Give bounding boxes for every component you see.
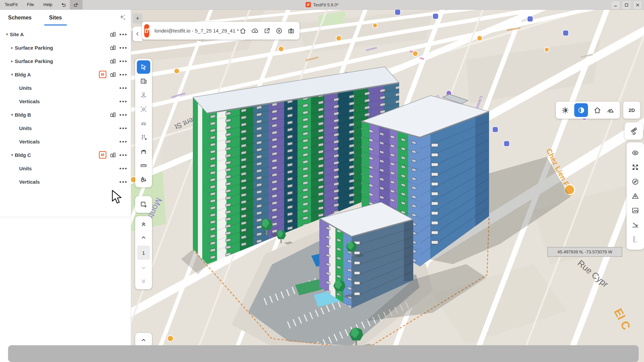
terrain-toggle-button[interactable] <box>606 106 614 114</box>
row-menu-button[interactable]: ●●● <box>119 46 127 50</box>
floor-up-button[interactable] <box>138 232 150 242</box>
floor-top-button[interactable] <box>138 219 150 229</box>
select-tool-button[interactable] <box>137 60 150 74</box>
minimize-button[interactable] <box>611 1 620 9</box>
massing-view-icon[interactable] <box>109 44 116 51</box>
sparkles-icon[interactable] <box>118 13 127 22</box>
row-menu-button[interactable]: ●●● <box>119 166 127 170</box>
close-button[interactable] <box>633 1 642 9</box>
tree-row-verticals[interactable]: Verticals ●●● <box>0 95 131 108</box>
visibility-button[interactable] <box>631 149 639 157</box>
home-view-button[interactable] <box>593 106 601 114</box>
view-controls <box>556 102 620 119</box>
tab-schemes[interactable]: Schemes <box>5 9 34 26</box>
menu-help[interactable]: Help <box>39 0 57 9</box>
row-menu-button[interactable]: ●●● <box>119 32 127 36</box>
add-scheme-tab-button[interactable]: + <box>132 13 143 23</box>
building-tool-button[interactable] <box>137 74 150 88</box>
deck-tool-button[interactable] <box>137 145 150 158</box>
collapse-arrow-icon[interactable]: ▾ <box>4 32 10 37</box>
testfit-logo-icon: tf <box>144 24 149 38</box>
tree-row-units[interactable]: Units ●●● <box>0 162 131 175</box>
redo-button[interactable] <box>70 0 83 9</box>
measure-tool-button[interactable] <box>137 159 150 172</box>
row-menu-button[interactable]: ●●● <box>119 99 127 103</box>
chevron-up-icon <box>140 337 147 343</box>
road-lanes-tool-button[interactable] <box>137 131 150 144</box>
add-viewport-button[interactable] <box>135 196 152 213</box>
massing-view-icon[interactable] <box>109 71 116 78</box>
slope-angle-button[interactable] <box>631 221 639 229</box>
home-button[interactable] <box>239 27 247 35</box>
tree-row-verticals[interactable]: Verticals ●●● <box>0 135 131 148</box>
menu-testfit[interactable]: TestFit <box>0 0 22 9</box>
camera-screenshot-button[interactable] <box>287 27 295 35</box>
collapse-arrow-icon[interactable]: ▾ <box>9 153 15 157</box>
fit-view-button[interactable] <box>631 163 639 171</box>
tree-row-bldg-b[interactable]: ▾ Bldg B ●●● <box>0 108 131 121</box>
tree-row-units[interactable]: Units ●●● <box>0 121 131 135</box>
row-menu-button[interactable]: ●●● <box>119 72 127 76</box>
row-menu-button[interactable]: ●●● <box>119 139 127 143</box>
compass-reset-north-button[interactable] <box>631 178 639 186</box>
satellite-layer-button[interactable] <box>625 122 643 140</box>
massing-view-icon[interactable] <box>109 58 116 65</box>
collapse-arrow-icon[interactable]: ▾ <box>9 113 15 117</box>
sidebar-divider <box>0 217 131 217</box>
toggle-2d-button[interactable]: 2D <box>623 102 640 119</box>
expand-arrow-icon[interactable]: ▸ <box>9 59 15 63</box>
tree-row-verticals[interactable]: Verticals ●●● <box>0 175 131 188</box>
tree-label: Units <box>19 125 32 131</box>
tree-row-units[interactable]: Units ●●● <box>0 81 131 95</box>
row-menu-button[interactable]: ●●● <box>119 113 127 117</box>
collapse-arrow-icon[interactable]: ▾ <box>9 72 15 77</box>
tree-row-bldg-c[interactable]: ▾ Bldg C M ●●● <box>0 148 131 162</box>
expand-bottom-panel-button[interactable] <box>135 333 152 347</box>
tab-sites[interactable]: Sites <box>46 9 64 26</box>
chevron-left-icon <box>135 31 140 37</box>
landscape-tool-button[interactable] <box>137 173 150 186</box>
floor-down-button[interactable] <box>138 263 150 273</box>
sites-tree: ▾ Site A ●●● ▸ Surface Parking ●●● <box>0 26 131 188</box>
project-header-card: tf londei@testfit.io - 5_7_25 14_29_41 * <box>142 22 300 40</box>
tree-row-surface-parking-2[interactable]: ▸ Surface Parking ●●● <box>0 54 131 68</box>
contrast-shading-toggle-button[interactable] <box>574 103 588 117</box>
terrain-add-button[interactable] <box>631 192 639 200</box>
frame-add-icon <box>140 200 148 208</box>
menu-file[interactable]: File <box>22 0 39 9</box>
project-name[interactable]: londei@testfit.io - 5_7_25 14_29_41 * <box>155 28 239 34</box>
cloud-sync-offline-button[interactable] <box>251 27 259 35</box>
background-image-button[interactable] <box>631 206 639 215</box>
row-menu-button[interactable]: ●●● <box>119 153 127 157</box>
massing-view-icon[interactable] <box>109 152 116 159</box>
collapse-panel-button[interactable] <box>133 26 142 41</box>
stamp-tool-button[interactable] <box>137 88 150 102</box>
parking-tool-button[interactable] <box>137 117 150 130</box>
tree-row-site-a[interactable]: ▾ Site A ●●● <box>0 27 131 41</box>
car-icon <box>140 120 147 127</box>
row-menu-button[interactable]: ●●● <box>119 180 127 184</box>
cube-select-icon <box>140 106 147 113</box>
sun-shadow-toggle-button[interactable] <box>561 106 569 114</box>
row-menu-button[interactable]: ●●● <box>119 126 127 130</box>
tree-row-surface-parking-1[interactable]: ▸ Surface Parking ●●● <box>0 41 131 54</box>
lanes-add-icon <box>140 134 147 141</box>
row-menu-button[interactable]: ●●● <box>119 86 127 90</box>
floor-bottom-button[interactable] <box>138 277 150 287</box>
chevrons-up-icon <box>140 221 147 227</box>
add-button[interactable] <box>275 27 283 35</box>
tree-label: Surface Parking <box>15 45 53 51</box>
levels-scale-button[interactable] <box>631 235 639 243</box>
expand-arrow-icon[interactable]: ▸ <box>9 46 15 50</box>
maximize-button[interactable] <box>622 1 631 9</box>
tree-label: Verticals <box>19 139 40 144</box>
current-floor-value[interactable]: 1 <box>137 246 150 260</box>
tree-row-bldg-a[interactable]: ▾ Bldg A M ●●● <box>0 68 131 81</box>
undo-button[interactable] <box>57 0 70 9</box>
massing-select-tool-button[interactable] <box>137 103 150 116</box>
massing-view-icon[interactable] <box>109 111 116 118</box>
map-viewport[interactable]: Crescent St Rue Bishop Chez Lien Plus Og… <box>131 9 644 362</box>
massing-view-icon[interactable] <box>109 31 116 38</box>
row-menu-button[interactable]: ●●● <box>119 59 127 63</box>
share-export-button[interactable] <box>263 27 271 35</box>
